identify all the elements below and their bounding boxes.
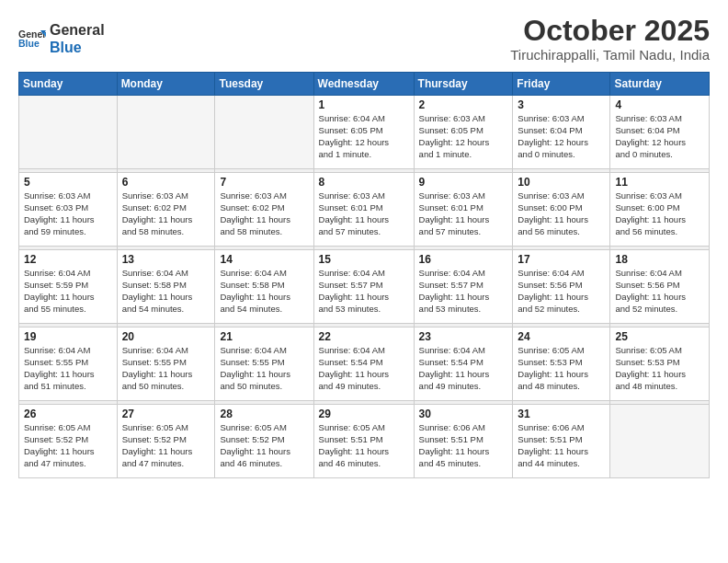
day-num-18: 18 <box>615 253 704 266</box>
day-num-12: 12 <box>24 253 112 266</box>
cell-w5-d2: 28Sunrise: 6:05 AM Sunset: 5:52 PM Dayli… <box>215 405 313 478</box>
week-row-4: 19Sunrise: 6:04 AM Sunset: 5:55 PM Dayli… <box>19 327 710 401</box>
day-info-24: Sunrise: 6:05 AM Sunset: 5:53 PM Dayligh… <box>518 345 605 392</box>
title-block: October 2025 Tiruchirappalli, Tamil Nadu… <box>510 15 710 63</box>
day-num-6: 6 <box>122 176 210 189</box>
day-info-31: Sunrise: 6:06 AM Sunset: 5:51 PM Dayligh… <box>518 422 605 469</box>
cell-w5-d1: 27Sunrise: 6:05 AM Sunset: 5:52 PM Dayli… <box>117 405 215 478</box>
day-num-9: 9 <box>419 176 508 189</box>
day-info-4: Sunrise: 6:03 AM Sunset: 6:04 PM Dayligh… <box>615 113 704 160</box>
day-num-8: 8 <box>319 176 409 189</box>
day-num-30: 30 <box>419 408 508 420</box>
col-monday: Monday <box>117 73 215 96</box>
day-num-11: 11 <box>615 176 704 189</box>
day-info-26: Sunrise: 6:05 AM Sunset: 5:52 PM Dayligh… <box>24 422 112 469</box>
day-info-11: Sunrise: 6:03 AM Sunset: 6:00 PM Dayligh… <box>615 190 704 237</box>
logo-blue: Blue <box>50 39 105 56</box>
cell-w2-d4: 9Sunrise: 6:03 AM Sunset: 6:01 PM Daylig… <box>414 173 513 247</box>
day-info-3: Sunrise: 6:03 AM Sunset: 6:04 PM Dayligh… <box>518 113 605 160</box>
cell-w1-d3: 1Sunrise: 6:04 AM Sunset: 6:05 PM Daylig… <box>313 96 414 169</box>
cell-w3-d0: 12Sunrise: 6:04 AM Sunset: 5:59 PM Dayli… <box>19 250 118 324</box>
cell-w4-d4: 23Sunrise: 6:04 AM Sunset: 5:54 PM Dayli… <box>414 327 513 401</box>
day-num-25: 25 <box>615 330 704 343</box>
day-num-19: 19 <box>24 330 112 343</box>
day-info-16: Sunrise: 6:04 AM Sunset: 5:57 PM Dayligh… <box>419 268 508 315</box>
cell-w4-d0: 19Sunrise: 6:04 AM Sunset: 5:55 PM Dayli… <box>19 327 118 401</box>
cell-w4-d2: 21Sunrise: 6:04 AM Sunset: 5:55 PM Dayli… <box>215 327 313 401</box>
cell-w2-d2: 7Sunrise: 6:03 AM Sunset: 6:02 PM Daylig… <box>215 173 313 247</box>
day-info-8: Sunrise: 6:03 AM Sunset: 6:01 PM Dayligh… <box>319 190 409 237</box>
cell-w5-d5: 31Sunrise: 6:06 AM Sunset: 5:51 PM Dayli… <box>513 405 610 478</box>
day-num-24: 24 <box>518 330 605 343</box>
day-info-17: Sunrise: 6:04 AM Sunset: 5:56 PM Dayligh… <box>518 268 605 315</box>
day-info-18: Sunrise: 6:04 AM Sunset: 5:56 PM Dayligh… <box>615 268 704 315</box>
cell-w5-d3: 29Sunrise: 6:05 AM Sunset: 5:51 PM Dayli… <box>313 405 414 478</box>
day-info-2: Sunrise: 6:03 AM Sunset: 6:05 PM Dayligh… <box>419 113 508 160</box>
day-num-4: 4 <box>615 98 704 111</box>
cell-w5-d0: 26Sunrise: 6:05 AM Sunset: 5:52 PM Dayli… <box>19 405 118 478</box>
cell-w1-d5: 3Sunrise: 6:03 AM Sunset: 6:04 PM Daylig… <box>513 96 610 169</box>
cell-w1-d1 <box>117 96 215 169</box>
header-row: Sunday Monday Tuesday Wednesday Thursday… <box>19 73 710 96</box>
day-info-14: Sunrise: 6:04 AM Sunset: 5:58 PM Dayligh… <box>220 268 308 315</box>
cell-w3-d3: 15Sunrise: 6:04 AM Sunset: 5:57 PM Dayli… <box>313 250 414 324</box>
day-info-1: Sunrise: 6:04 AM Sunset: 6:05 PM Dayligh… <box>319 113 409 160</box>
cell-w4-d1: 20Sunrise: 6:04 AM Sunset: 5:55 PM Dayli… <box>117 327 215 401</box>
header: General Blue General Blue October 2025 T… <box>18 15 710 63</box>
day-info-10: Sunrise: 6:03 AM Sunset: 6:00 PM Dayligh… <box>518 190 605 237</box>
cell-w5-d6 <box>610 405 710 478</box>
day-info-21: Sunrise: 6:04 AM Sunset: 5:55 PM Dayligh… <box>220 345 308 392</box>
day-info-28: Sunrise: 6:05 AM Sunset: 5:52 PM Dayligh… <box>220 422 308 469</box>
col-sunday: Sunday <box>19 73 118 96</box>
day-num-2: 2 <box>419 98 508 111</box>
day-num-7: 7 <box>220 176 308 189</box>
svg-text:Blue: Blue <box>18 38 40 49</box>
page: General Blue General Blue October 2025 T… <box>0 0 728 563</box>
day-num-14: 14 <box>220 253 308 266</box>
day-num-3: 3 <box>518 98 605 111</box>
week-row-5: 26Sunrise: 6:05 AM Sunset: 5:52 PM Dayli… <box>19 405 710 478</box>
cell-w2-d1: 6Sunrise: 6:03 AM Sunset: 6:02 PM Daylig… <box>117 173 215 247</box>
day-info-6: Sunrise: 6:03 AM Sunset: 6:02 PM Dayligh… <box>122 190 210 237</box>
day-num-23: 23 <box>419 330 508 343</box>
cell-w3-d6: 18Sunrise: 6:04 AM Sunset: 5:56 PM Dayli… <box>610 250 710 324</box>
cell-w3-d1: 13Sunrise: 6:04 AM Sunset: 5:58 PM Dayli… <box>117 250 215 324</box>
day-num-26: 26 <box>24 408 112 420</box>
day-info-5: Sunrise: 6:03 AM Sunset: 6:03 PM Dayligh… <box>24 190 112 237</box>
day-num-17: 17 <box>518 253 605 266</box>
day-num-31: 31 <box>518 408 605 420</box>
day-num-28: 28 <box>220 408 308 420</box>
cell-w2-d3: 8Sunrise: 6:03 AM Sunset: 6:01 PM Daylig… <box>313 173 414 247</box>
cell-w3-d5: 17Sunrise: 6:04 AM Sunset: 5:56 PM Dayli… <box>513 250 610 324</box>
cell-w4-d5: 24Sunrise: 6:05 AM Sunset: 5:53 PM Dayli… <box>513 327 610 401</box>
day-num-5: 5 <box>24 176 112 189</box>
calendar-table: Sunday Monday Tuesday Wednesday Thursday… <box>18 72 710 478</box>
day-num-20: 20 <box>122 330 210 343</box>
day-info-22: Sunrise: 6:04 AM Sunset: 5:54 PM Dayligh… <box>319 345 409 392</box>
day-info-13: Sunrise: 6:04 AM Sunset: 5:58 PM Dayligh… <box>122 268 210 315</box>
day-num-29: 29 <box>319 408 409 420</box>
day-num-10: 10 <box>518 176 605 189</box>
day-info-29: Sunrise: 6:05 AM Sunset: 5:51 PM Dayligh… <box>319 422 409 469</box>
cell-w1-d0 <box>19 96 118 169</box>
day-num-27: 27 <box>122 408 210 420</box>
col-saturday: Saturday <box>610 73 710 96</box>
cell-w1-d2 <box>215 96 313 169</box>
cell-w2-d5: 10Sunrise: 6:03 AM Sunset: 6:00 PM Dayli… <box>513 173 610 247</box>
week-row-2: 5Sunrise: 6:03 AM Sunset: 6:03 PM Daylig… <box>19 173 710 247</box>
day-num-16: 16 <box>419 253 508 266</box>
day-info-25: Sunrise: 6:05 AM Sunset: 5:53 PM Dayligh… <box>615 345 704 392</box>
week-row-3: 12Sunrise: 6:04 AM Sunset: 5:59 PM Dayli… <box>19 250 710 324</box>
cell-w1-d6: 4Sunrise: 6:03 AM Sunset: 6:04 PM Daylig… <box>610 96 710 169</box>
col-wednesday: Wednesday <box>313 73 414 96</box>
col-friday: Friday <box>513 73 610 96</box>
cell-w3-d2: 14Sunrise: 6:04 AM Sunset: 5:58 PM Dayli… <box>215 250 313 324</box>
logo-icon: General Blue <box>18 25 46 52</box>
day-info-27: Sunrise: 6:05 AM Sunset: 5:52 PM Dayligh… <box>122 422 210 469</box>
day-info-7: Sunrise: 6:03 AM Sunset: 6:02 PM Dayligh… <box>220 190 308 237</box>
day-info-12: Sunrise: 6:04 AM Sunset: 5:59 PM Dayligh… <box>24 268 112 315</box>
col-thursday: Thursday <box>414 73 513 96</box>
logo: General Blue General Blue <box>18 21 105 56</box>
day-num-15: 15 <box>319 253 409 266</box>
day-info-9: Sunrise: 6:03 AM Sunset: 6:01 PM Dayligh… <box>419 190 508 237</box>
